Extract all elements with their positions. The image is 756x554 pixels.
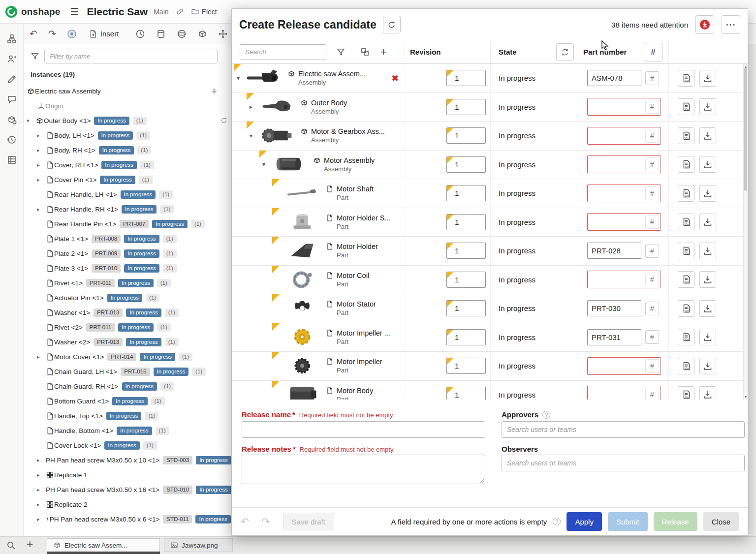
- tree-item[interactable]: Washer <2>PRT-013In progress(1): [24, 335, 231, 349]
- form-redo-icon[interactable]: ↷: [262, 516, 270, 527]
- release-item-row[interactable]: ▾Motor AssemblyAssemblyIn progress#On: [232, 151, 748, 180]
- folder-icon[interactable]: [191, 7, 199, 16]
- tree-item[interactable]: Rear Handle, LH <1>In progress(1): [24, 187, 231, 202]
- tree-item[interactable]: Handle, Top <1>In progress(1): [24, 408, 231, 423]
- part-number-input[interactable]: [588, 362, 645, 370]
- tree-item[interactable]: Bottom Guard <1>In progress(1): [24, 394, 231, 408]
- tree-item[interactable]: ▸Replicate 1: [24, 467, 231, 482]
- release-item-row[interactable]: Motor CoilPartIn progress#On: [232, 266, 748, 295]
- chevron-right-icon[interactable]: ▸: [37, 501, 46, 508]
- tree-item[interactable]: ▸PH Pan head screw M3x0.50 x 16 <1>STD-0…: [24, 482, 231, 497]
- assign-part-number-button[interactable]: #: [645, 186, 659, 200]
- release-item-row[interactable]: ▸Outer BodyAssemblyIn progress#On: [232, 93, 748, 122]
- person-plus-icon[interactable]: [7, 54, 17, 64]
- revision-input[interactable]: [447, 387, 485, 400]
- pencil-icon[interactable]: [7, 74, 17, 84]
- observers-input[interactable]: [502, 455, 745, 471]
- part-number-input[interactable]: [588, 189, 645, 197]
- cube-help-icon[interactable]: [7, 115, 17, 124]
- part-number-input[interactable]: [587, 329, 641, 345]
- tab-jawsaw-png[interactable]: Jawsaw.png: [164, 538, 233, 552]
- download-release-button[interactable]: [695, 15, 714, 34]
- tree-item[interactable]: Rivet <2>PRT-011In progress(1): [24, 320, 231, 335]
- tree-item[interactable]: ▸Body, RH <1>In progress(1): [24, 143, 231, 157]
- part-number-input[interactable]: [587, 70, 641, 86]
- item-properties-button[interactable]: On: [678, 214, 694, 230]
- history-icon[interactable]: [7, 135, 17, 145]
- refresh-release-button[interactable]: [383, 16, 401, 33]
- chevron-down-icon[interactable]: ▾: [237, 75, 246, 82]
- assign-part-number-button[interactable]: #: [645, 388, 659, 400]
- item-properties-button[interactable]: On: [678, 243, 694, 259]
- tree-item[interactable]: Handle, Bottom <1>In progress(1): [24, 423, 231, 438]
- link-icon[interactable]: [176, 7, 184, 16]
- release-name-input[interactable]: [242, 421, 485, 438]
- release-item-row[interactable]: Motor ImpellerPartIn progress#On: [232, 352, 748, 381]
- more-options-button[interactable]: ⋯: [722, 15, 740, 34]
- auto-part-number-button[interactable]: #: [644, 43, 662, 62]
- chevron-right-icon[interactable]: ▸: [37, 162, 46, 168]
- item-properties-button[interactable]: On: [678, 70, 694, 87]
- search-tabs-icon[interactable]: [6, 541, 16, 550]
- scrollbar-thumb[interactable]: [744, 68, 747, 191]
- download-item-button[interactable]: [699, 300, 716, 317]
- chevron-down-icon[interactable]: ▾: [250, 132, 258, 139]
- download-item-button[interactable]: [699, 70, 716, 87]
- assign-part-number-button[interactable]: #: [645, 157, 659, 171]
- part-number-input[interactable]: [588, 103, 645, 111]
- tree-item[interactable]: Plate 1 <1>PRT-008In progress(1): [24, 231, 231, 246]
- tree-item[interactable]: ▸PH Pan head screw M3x0.50 x 10 <1>STD-0…: [24, 453, 231, 467]
- download-item-button[interactable]: [699, 127, 716, 144]
- assign-part-number-button[interactable]: #: [645, 71, 659, 85]
- tab-electric-saw-assembly[interactable]: Electric saw Assem...: [47, 538, 160, 552]
- item-properties-button[interactable]: On: [678, 358, 694, 374]
- tree-item[interactable]: ▸Cover Pin <1>In progress(1): [24, 172, 231, 187]
- assign-part-number-button[interactable]: #: [645, 302, 659, 315]
- download-item-button[interactable]: [699, 185, 716, 202]
- part-number-input[interactable]: [587, 243, 641, 259]
- revision-input[interactable]: [447, 215, 485, 230]
- collapse-all-icon[interactable]: [360, 47, 370, 57]
- move-icon[interactable]: [218, 29, 228, 39]
- download-item-button[interactable]: [699, 329, 716, 345]
- hierarchy-icon[interactable]: [7, 34, 17, 44]
- revision-input[interactable]: [447, 330, 485, 345]
- refresh-states-button[interactable]: [556, 43, 574, 61]
- close-button[interactable]: Close: [703, 512, 739, 531]
- table-scrollbar[interactable]: ▴▾: [743, 64, 748, 400]
- revision-input[interactable]: [447, 70, 485, 86]
- revision-input[interactable]: [447, 157, 485, 172]
- search-items-input[interactable]: [240, 44, 326, 60]
- form-undo-icon[interactable]: ↶: [241, 516, 249, 527]
- chevron-right-icon[interactable]: ▸: [37, 206, 46, 213]
- sphere-icon[interactable]: [177, 29, 187, 39]
- tree-item[interactable]: ▸Cover, RH <1>In progress(1): [24, 157, 231, 172]
- revision-input[interactable]: [447, 185, 485, 201]
- chevron-right-icon[interactable]: ▸: [37, 354, 46, 360]
- filter-icon[interactable]: [31, 52, 39, 61]
- download-item-button[interactable]: [699, 386, 716, 400]
- part-number-input[interactable]: [587, 300, 641, 316]
- submit-button[interactable]: Submit: [608, 512, 648, 531]
- release-item-row[interactable]: Motor StatorPartIn progress#On: [232, 294, 748, 323]
- download-item-button[interactable]: [699, 214, 716, 230]
- chevron-right-icon[interactable]: ▸: [37, 147, 46, 154]
- item-properties-button[interactable]: On: [678, 329, 694, 345]
- scroll-down-arrow[interactable]: ▾: [744, 395, 748, 399]
- tree-item[interactable]: Plate 3 <1>PRT-010In progress(1): [24, 261, 231, 276]
- tree-item[interactable]: Actuator Pin <1>In progress(1): [24, 290, 231, 305]
- release-item-row[interactable]: ▾Electric saw Assem...Assembly✖In progre…: [232, 64, 748, 93]
- item-properties-button[interactable]: On: [678, 98, 694, 115]
- sketch-circle-icon[interactable]: [67, 29, 77, 39]
- bom-table-icon[interactable]: [7, 155, 17, 165]
- release-item-row[interactable]: Motor ShaftPartIn progress#On: [232, 179, 748, 208]
- tree-item[interactable]: Chain Guard, LH <1>PRT-015In progress(1): [24, 364, 231, 379]
- filter-items-icon[interactable]: [336, 47, 346, 57]
- apply-button[interactable]: Apply: [567, 512, 602, 531]
- release-item-row[interactable]: ▾Motor & Gearbox Ass...AssemblyIn progre…: [232, 122, 748, 151]
- part-number-input[interactable]: [588, 276, 645, 284]
- chevron-down-icon[interactable]: ▾: [27, 118, 35, 124]
- folder-name[interactable]: Elect: [202, 8, 217, 16]
- tree-item[interactable]: Washer <1>PRT-013In progress(1): [24, 305, 231, 320]
- chevron-right-icon[interactable]: ▸: [37, 516, 46, 523]
